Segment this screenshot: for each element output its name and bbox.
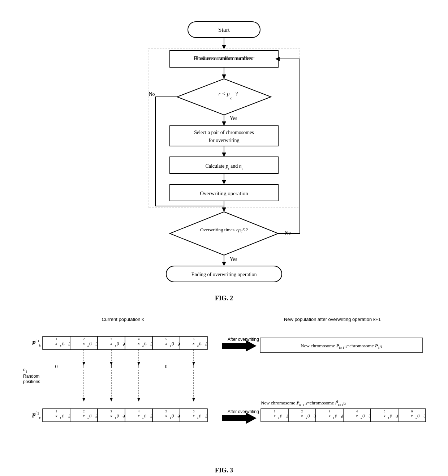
svg-text:i: i [35, 411, 36, 415]
svg-text:(i: (i [199, 413, 202, 418]
svg-text:After overwriting: After overwriting [228, 409, 259, 414]
svg-marker-20 [222, 121, 226, 126]
svg-text:4: 4 [138, 409, 140, 413]
svg-text:x: x [55, 341, 57, 346]
svg-marker-9 [222, 74, 226, 79]
svg-text:Yes: Yes [230, 116, 237, 121]
fig3-svg: P k i 1 x k 1 (i 1 ) x k 2 (i 1 ) [22, 324, 426, 462]
fig2-label: FIG. 2 [215, 295, 233, 302]
svg-text:1: 1 [56, 337, 57, 341]
svg-text:(i: (i [117, 341, 119, 346]
svg-marker-25 [222, 153, 226, 157]
svg-text:): ) [206, 413, 207, 418]
current-pop-label: Current population k [22, 317, 224, 322]
svg-text:2: 2 [83, 337, 85, 341]
svg-text:x: x [383, 413, 385, 418]
svg-text:): ) [424, 413, 426, 418]
svg-text:5: 5 [165, 409, 167, 413]
svg-marker-29 [222, 180, 226, 184]
svg-text:positions: positions [23, 379, 40, 384]
svg-text:x: x [165, 341, 167, 346]
svg-text:No: No [285, 230, 291, 236]
svg-text:c: c [231, 96, 232, 100]
svg-text:(i: (i [117, 413, 119, 418]
svg-text:(i: (i [144, 341, 147, 346]
svg-text:New chromosome Pk+1i2=chromoso: New chromosome Pk+1i2=chromosome P̃k+1i2 [261, 400, 346, 407]
svg-text:(i: (i [89, 341, 92, 346]
svg-marker-10 [177, 79, 271, 115]
svg-text:(i: (i [144, 413, 147, 418]
svg-text:(i: (i [390, 413, 392, 418]
svg-text:x: x [110, 413, 112, 418]
fig3-layout: Current population k New population afte… [22, 317, 426, 474]
svg-text:6: 6 [193, 337, 195, 341]
svg-text:(i: (i [89, 413, 92, 418]
svg-text:(i: (i [172, 341, 174, 346]
svg-text:6: 6 [193, 409, 195, 413]
page: Start Produce a random number Produce a … [0, 0, 448, 476]
svg-text:i: i [35, 338, 36, 342]
svg-text:(i: (i [172, 413, 174, 418]
flowchart-section: Start Produce a random number Produce a … [22, 14, 426, 302]
svg-text:P: P [31, 340, 35, 346]
svg-text:4: 4 [356, 409, 358, 413]
svg-text:Produce a random number r: Produce a random number r [194, 55, 254, 61]
svg-text:3: 3 [329, 409, 331, 413]
svg-text:3: 3 [111, 337, 112, 341]
svg-text:x: x [110, 341, 112, 346]
svg-text:x: x [273, 413, 276, 418]
svg-text:2: 2 [38, 412, 39, 415]
svg-text:x: x [301, 413, 303, 418]
svg-marker-3 [222, 45, 226, 49]
svg-text:k: k [39, 344, 41, 348]
new-pop-label: New population after overwriting operati… [238, 317, 426, 322]
svg-text:k: k [39, 416, 41, 420]
svg-text:(i: (i [417, 413, 420, 418]
svg-text:for overwriting: for overwriting [208, 138, 239, 143]
svg-text:(i: (i [62, 413, 65, 418]
svg-text:t: t [26, 370, 27, 373]
svg-marker-33 [222, 207, 226, 212]
fig3-section: Current population k New population afte… [22, 317, 426, 474]
svg-text:Random: Random [23, 374, 39, 379]
svg-text:x: x [83, 341, 85, 346]
svg-marker-43 [222, 262, 226, 266]
svg-text:x: x [138, 341, 140, 346]
svg-text:(i: (i [62, 341, 65, 346]
svg-text:): ) [206, 341, 207, 346]
svg-text:2: 2 [301, 409, 303, 413]
svg-text:6: 6 [411, 409, 413, 413]
svg-text:Overwriting operation: Overwriting operation [200, 190, 248, 196]
svg-text:(i: (i [280, 413, 283, 418]
svg-text:4: 4 [138, 337, 140, 341]
svg-text:5: 5 [384, 409, 385, 413]
svg-text:r < p: r < p [219, 91, 230, 97]
svg-marker-34 [170, 212, 278, 255]
svg-text:3: 3 [111, 409, 112, 413]
svg-text:1: 1 [38, 339, 39, 343]
svg-text:1: 1 [274, 409, 276, 413]
svg-text:(i: (i [335, 413, 337, 418]
svg-marker-111 [82, 398, 85, 402]
svg-text:x: x [328, 413, 331, 418]
svg-text:5: 5 [165, 337, 167, 341]
svg-marker-117 [192, 398, 195, 402]
svg-text:n: n [23, 367, 26, 372]
svg-text:(i: (i [199, 341, 202, 346]
svg-text:x: x [356, 413, 358, 418]
svg-text:No: No [148, 91, 155, 97]
svg-text:Ending of overwriting operatio: Ending of overwriting operation [191, 272, 257, 277]
svg-text:x: x [411, 413, 413, 418]
svg-text:2: 2 [83, 409, 85, 413]
svg-text:x: x [55, 413, 57, 418]
svg-text:0: 0 [55, 364, 58, 369]
flowchart-svg: Start Produce a random number Produce a … [116, 14, 332, 289]
svg-text:Select a pair of chromosomes: Select a pair of chromosomes [194, 130, 254, 135]
svg-rect-120 [260, 338, 423, 352]
svg-text:x: x [138, 413, 140, 418]
svg-text:Yes: Yes [230, 257, 237, 262]
svg-text:x: x [83, 413, 85, 418]
svg-text:(i: (i [362, 413, 365, 418]
svg-text:x: x [193, 341, 195, 346]
svg-marker-113 [110, 398, 113, 402]
